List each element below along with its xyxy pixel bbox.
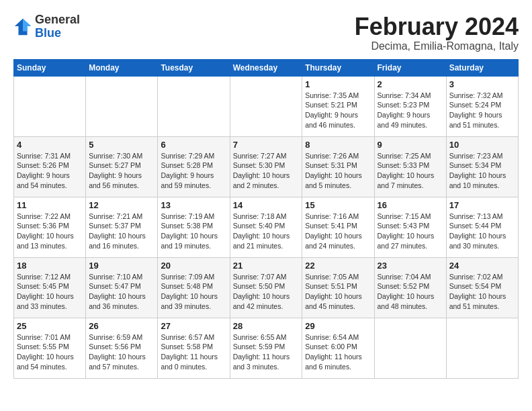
calendar-cell: 14Sunrise: 7:18 AMSunset: 5:40 PMDayligh… xyxy=(230,197,302,257)
calendar-cell: 3Sunrise: 7:32 AMSunset: 5:24 PMDaylight… xyxy=(446,76,518,136)
day-number: 22 xyxy=(305,261,371,271)
logo-text: General Blue xyxy=(35,13,80,40)
day-number: 4 xyxy=(17,140,83,150)
page-header: General Blue February 2024 Decima, Emili… xyxy=(13,13,519,52)
calendar-cell: 18Sunrise: 7:12 AMSunset: 5:45 PMDayligh… xyxy=(14,257,86,318)
calendar-cell: 12Sunrise: 7:21 AMSunset: 5:37 PMDayligh… xyxy=(86,197,158,257)
calendar-cell: 10Sunrise: 7:23 AMSunset: 5:34 PMDayligh… xyxy=(446,136,518,197)
day-number: 1 xyxy=(305,79,371,89)
day-number: 23 xyxy=(378,261,443,271)
calendar-cell: 22Sunrise: 7:05 AMSunset: 5:51 PMDayligh… xyxy=(302,257,374,318)
calendar-cell: 20Sunrise: 7:09 AMSunset: 5:48 PMDayligh… xyxy=(158,257,230,318)
day-number: 20 xyxy=(161,261,226,271)
day-info: Sunrise: 7:26 AMSunset: 5:31 PMDaylight:… xyxy=(305,151,371,191)
calendar-cell: 26Sunrise: 6:59 AMSunset: 5:56 PMDayligh… xyxy=(86,318,158,378)
calendar-cell: 4Sunrise: 7:31 AMSunset: 5:26 PMDaylight… xyxy=(14,136,86,197)
day-number: 17 xyxy=(449,200,515,210)
day-info: Sunrise: 6:57 AMSunset: 5:58 PMDaylight:… xyxy=(161,332,226,372)
calendar-week-row: 25Sunrise: 7:01 AMSunset: 5:55 PMDayligh… xyxy=(14,318,519,378)
day-number: 8 xyxy=(305,140,371,150)
day-info: Sunrise: 7:04 AMSunset: 5:52 PMDaylight:… xyxy=(378,272,443,312)
day-info: Sunrise: 7:16 AMSunset: 5:41 PMDaylight:… xyxy=(305,212,371,251)
calendar-cell: 8Sunrise: 7:26 AMSunset: 5:31 PMDaylight… xyxy=(302,136,374,197)
day-number: 28 xyxy=(233,321,300,331)
calendar-week-row: 4Sunrise: 7:31 AMSunset: 5:26 PMDaylight… xyxy=(14,136,519,197)
day-of-week-header: Friday xyxy=(374,59,446,76)
calendar-cell xyxy=(374,318,446,378)
calendar-cell: 25Sunrise: 7:01 AMSunset: 5:55 PMDayligh… xyxy=(14,318,86,378)
calendar-cell: 23Sunrise: 7:04 AMSunset: 5:52 PMDayligh… xyxy=(374,257,446,318)
day-number: 2 xyxy=(378,79,443,89)
day-info: Sunrise: 6:59 AMSunset: 5:56 PMDaylight:… xyxy=(89,332,154,372)
day-number: 7 xyxy=(233,140,300,150)
calendar-week-row: 11Sunrise: 7:22 AMSunset: 5:36 PMDayligh… xyxy=(14,197,519,257)
day-info: Sunrise: 7:31 AMSunset: 5:26 PMDaylight:… xyxy=(17,151,83,191)
calendar-week-row: 1Sunrise: 7:35 AMSunset: 5:21 PMDaylight… xyxy=(14,76,519,136)
calendar-cell xyxy=(158,76,230,136)
calendar-cell: 13Sunrise: 7:19 AMSunset: 5:38 PMDayligh… xyxy=(158,197,230,257)
day-of-week-header: Monday xyxy=(86,59,158,76)
day-info: Sunrise: 7:18 AMSunset: 5:40 PMDaylight:… xyxy=(233,212,300,251)
day-number: 3 xyxy=(449,79,515,89)
day-info: Sunrise: 6:55 AMSunset: 5:59 PMDaylight:… xyxy=(233,332,300,372)
title-block: February 2024 Decima, Emilia-Romagna, It… xyxy=(355,13,519,52)
day-number: 13 xyxy=(161,200,226,210)
calendar-cell: 15Sunrise: 7:16 AMSunset: 5:41 PMDayligh… xyxy=(302,197,374,257)
day-number: 10 xyxy=(449,140,515,150)
day-number: 29 xyxy=(305,321,371,331)
day-info: Sunrise: 7:12 AMSunset: 5:45 PMDaylight:… xyxy=(17,272,83,312)
day-info: Sunrise: 7:21 AMSunset: 5:37 PMDaylight:… xyxy=(89,212,154,251)
calendar-cell xyxy=(86,76,158,136)
calendar-cell: 19Sunrise: 7:10 AMSunset: 5:47 PMDayligh… xyxy=(86,257,158,318)
day-number: 14 xyxy=(233,200,300,210)
calendar-header-row: SundayMondayTuesdayWednesdayThursdayFrid… xyxy=(14,59,519,76)
calendar-cell: 16Sunrise: 7:15 AMSunset: 5:43 PMDayligh… xyxy=(374,197,446,257)
logo: General Blue xyxy=(13,13,80,40)
calendar-week-row: 18Sunrise: 7:12 AMSunset: 5:45 PMDayligh… xyxy=(14,257,519,318)
day-of-week-header: Sunday xyxy=(14,59,86,76)
calendar-cell: 7Sunrise: 7:27 AMSunset: 5:30 PMDaylight… xyxy=(230,136,302,197)
calendar-cell xyxy=(14,76,86,136)
day-info: Sunrise: 7:05 AMSunset: 5:51 PMDaylight:… xyxy=(305,272,371,312)
day-info: Sunrise: 7:34 AMSunset: 5:23 PMDaylight:… xyxy=(378,91,443,130)
day-info: Sunrise: 7:09 AMSunset: 5:48 PMDaylight:… xyxy=(161,272,226,312)
day-of-week-header: Wednesday xyxy=(230,59,302,76)
day-info: Sunrise: 7:35 AMSunset: 5:21 PMDaylight:… xyxy=(305,91,371,130)
logo-icon xyxy=(13,17,32,36)
day-info: Sunrise: 7:02 AMSunset: 5:54 PMDaylight:… xyxy=(449,272,515,312)
day-info: Sunrise: 7:30 AMSunset: 5:27 PMDaylight:… xyxy=(89,151,154,191)
calendar-cell xyxy=(446,318,518,378)
day-number: 12 xyxy=(89,200,154,210)
day-info: Sunrise: 7:25 AMSunset: 5:33 PMDaylight:… xyxy=(378,151,443,191)
day-info: Sunrise: 7:01 AMSunset: 5:55 PMDaylight:… xyxy=(17,332,83,372)
day-info: Sunrise: 7:29 AMSunset: 5:28 PMDaylight:… xyxy=(161,151,226,191)
calendar-cell xyxy=(230,76,302,136)
day-number: 19 xyxy=(89,261,154,271)
day-of-week-header: Saturday xyxy=(446,59,518,76)
day-number: 5 xyxy=(89,140,154,150)
calendar-cell: 6Sunrise: 7:29 AMSunset: 5:28 PMDaylight… xyxy=(158,136,230,197)
day-info: Sunrise: 7:19 AMSunset: 5:38 PMDaylight:… xyxy=(161,212,226,251)
day-number: 26 xyxy=(89,321,154,331)
day-info: Sunrise: 7:22 AMSunset: 5:36 PMDaylight:… xyxy=(17,212,83,251)
day-number: 18 xyxy=(17,261,83,271)
calendar-cell: 17Sunrise: 7:13 AMSunset: 5:44 PMDayligh… xyxy=(446,197,518,257)
calendar-cell: 27Sunrise: 6:57 AMSunset: 5:58 PMDayligh… xyxy=(158,318,230,378)
calendar-cell: 1Sunrise: 7:35 AMSunset: 5:21 PMDaylight… xyxy=(302,76,374,136)
day-info: Sunrise: 7:27 AMSunset: 5:30 PMDaylight:… xyxy=(233,151,300,191)
day-number: 27 xyxy=(161,321,226,331)
day-number: 24 xyxy=(449,261,515,271)
day-number: 15 xyxy=(305,200,371,210)
day-number: 25 xyxy=(17,321,83,331)
calendar-cell: 21Sunrise: 7:07 AMSunset: 5:50 PMDayligh… xyxy=(230,257,302,318)
calendar-body: 1Sunrise: 7:35 AMSunset: 5:21 PMDaylight… xyxy=(14,76,519,378)
svg-marker-1 xyxy=(23,19,31,32)
day-number: 21 xyxy=(233,261,300,271)
day-number: 11 xyxy=(17,200,83,210)
day-info: Sunrise: 7:15 AMSunset: 5:43 PMDaylight:… xyxy=(378,212,443,251)
day-number: 9 xyxy=(378,140,443,150)
logo-blue-text: Blue xyxy=(35,27,80,40)
calendar-table: SundayMondayTuesdayWednesdayThursdayFrid… xyxy=(13,59,519,379)
day-info: Sunrise: 7:07 AMSunset: 5:50 PMDaylight:… xyxy=(233,272,300,312)
calendar-cell: 28Sunrise: 6:55 AMSunset: 5:59 PMDayligh… xyxy=(230,318,302,378)
